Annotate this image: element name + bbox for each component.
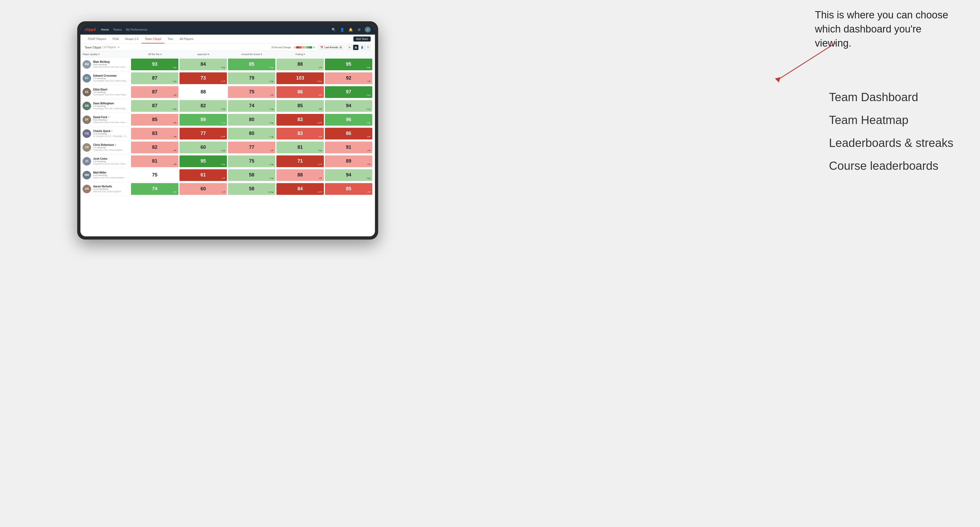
player-club: Craigmillar Park, United Kingdom bbox=[93, 149, 123, 151]
table-header: Player Quality ▾ Off the Tee ▾ Approach … bbox=[80, 51, 375, 57]
score-cell: 95 +8▲ bbox=[180, 156, 227, 167]
score-cell: 103 +15▲ bbox=[277, 72, 324, 84]
search-icon[interactable]: 🔍 bbox=[331, 27, 337, 32]
view-icons: ⊞ ▦ 👤 ☰ bbox=[347, 45, 371, 50]
player-name[interactable]: Matt Miller bbox=[93, 171, 124, 174]
person-icon[interactable]: 👤 bbox=[339, 27, 345, 32]
player-details: Josh Coles 1-5 Handicap Royal North Devo… bbox=[93, 157, 128, 165]
score-cell: 93 +4▲ bbox=[131, 59, 178, 70]
table-row[interactable]: CQ Charlie Quick ✓ 6-10 Handicap St. Geo… bbox=[80, 127, 375, 141]
user-avatar[interactable]: U bbox=[365, 27, 371, 32]
header-controls: 20 Round Change -5 +5 📅 Last Rou bbox=[271, 45, 371, 50]
score-cell: 61 -3▼ bbox=[180, 169, 227, 181]
player-handicap: 1-5 Handicap bbox=[93, 105, 128, 107]
score-cell: 82 +4▲ bbox=[180, 100, 227, 112]
nav-home[interactable]: Home bbox=[101, 28, 109, 31]
player-info: JC Josh Coles 1-5 Handicap Royal North D… bbox=[83, 156, 130, 167]
table-row[interactable]: CR Chris Robertson ✓ 1-5 Handicap Craigm… bbox=[80, 141, 375, 154]
score-cell: 83 -10▼ bbox=[277, 114, 324, 125]
grid-view-btn[interactable]: ⊞ bbox=[347, 45, 352, 50]
score-cell: 58 +4▲ bbox=[228, 169, 275, 181]
col-player-quality: Player Quality ▾ bbox=[83, 53, 130, 56]
table-row[interactable]: EC Edward Crossman 1-5 Handicap Sunningd… bbox=[80, 71, 375, 85]
tab-pgat[interactable]: PGAT Players bbox=[85, 35, 110, 43]
score-cell: 85 -3▼ bbox=[131, 114, 178, 125]
nav-performance[interactable]: My Performance bbox=[126, 28, 148, 31]
person-view-btn[interactable]: 👤 bbox=[359, 45, 364, 50]
color-scale: -5 +5 bbox=[293, 46, 315, 49]
table-row[interactable]: AN Aaron Nicholls 11-15 Handicap Drift G… bbox=[80, 182, 375, 196]
player-name[interactable]: Chris Robertson ✓ bbox=[93, 143, 123, 146]
player-name[interactable]: Charlie Quick ✓ bbox=[93, 130, 128, 133]
player-name[interactable]: Blair McHarg bbox=[93, 60, 128, 63]
add-team-button[interactable]: Add Team bbox=[353, 37, 371, 41]
player-details: Dave Billingham 1-5 Handicap Gog Magog G… bbox=[93, 102, 128, 110]
svg-marker-1 bbox=[775, 77, 780, 83]
score-cell: 85 +8▲ bbox=[228, 59, 275, 70]
tab-bar: PGAT Players PGA Hcaps 1-5 Team Clippd T… bbox=[80, 35, 375, 44]
table-row[interactable]: DF David Ford ✓ Plus Handicap Royal Nort… bbox=[80, 113, 375, 127]
score-cell: 81 +4▲ bbox=[277, 141, 324, 153]
score-cell: 71 -11▼ bbox=[277, 156, 324, 167]
score-cell: 81 -3▼ bbox=[131, 156, 178, 167]
col-around-green: Around the Green ▾ bbox=[228, 53, 276, 56]
table-row[interactable]: BM Blair McHarg Plus Handicap Royal Nort… bbox=[80, 57, 375, 71]
score-cell: 91 -3▼ bbox=[325, 141, 372, 153]
player-avatar: MM bbox=[83, 171, 91, 179]
table-row[interactable]: DB Dave Billingham 1-5 Handicap Gog Mago… bbox=[80, 99, 375, 113]
player-avatar: DF bbox=[83, 116, 91, 124]
tab-hcaps[interactable]: Hcaps 1-5 bbox=[122, 35, 142, 43]
list-view-btn[interactable]: ☰ bbox=[365, 45, 371, 50]
score-cell: 74 +1▲ bbox=[228, 100, 275, 112]
table-row[interactable]: EE Elliot Ebert 1-5 Handicap Sunningdale… bbox=[80, 85, 375, 99]
tab-all-players[interactable]: All Players bbox=[177, 35, 197, 43]
player-handicap: 1-5 Handicap bbox=[93, 77, 128, 79]
tab-pga[interactable]: PGA bbox=[110, 35, 122, 43]
col-putting: Putting ▾ bbox=[276, 53, 325, 56]
annotation-arrow bbox=[762, 37, 842, 90]
last-rounds-icon: 📅 bbox=[320, 46, 323, 49]
tab-team-clippd[interactable]: Team Clippd bbox=[142, 35, 164, 43]
settings-icon[interactable]: ⚙ bbox=[356, 27, 362, 32]
bell-icon[interactable]: 🔔 bbox=[348, 27, 354, 32]
player-name[interactable]: Aaron Nicholls bbox=[93, 185, 121, 188]
player-name[interactable]: Elliot Ebert bbox=[93, 88, 128, 91]
nav-icons: 🔍 👤 🔔 ⚙ U bbox=[331, 27, 371, 32]
player-name[interactable]: Josh Coles bbox=[93, 157, 128, 160]
tab-tour[interactable]: Tour bbox=[164, 35, 176, 43]
player-club: Royal North Devon Golf Club, United King… bbox=[93, 163, 128, 165]
score-cell: 73 -11▼ bbox=[180, 72, 227, 84]
nav-teams[interactable]: Teams bbox=[113, 28, 122, 31]
player-details: Edward Crossman 1-5 Handicap Sunningdale… bbox=[93, 74, 128, 82]
label-course-leaderboards: Course leaderboards bbox=[829, 159, 953, 173]
table-row[interactable]: JC Josh Coles 1-5 Handicap Royal North D… bbox=[80, 154, 375, 168]
last-rounds-button[interactable]: 📅 Last Rounds: 20 bbox=[318, 45, 344, 49]
player-avatar: CR bbox=[83, 143, 91, 152]
player-name[interactable]: David Ford ✓ bbox=[93, 116, 128, 119]
player-club: St. George's Hill GC - Weybridge - Surre… bbox=[93, 135, 128, 137]
player-avatar: BM bbox=[83, 60, 91, 69]
player-name[interactable]: Edward Crossman bbox=[93, 74, 128, 77]
score-cell: 88 -2▼ bbox=[277, 169, 324, 181]
score-cell: 79 +9▲ bbox=[228, 72, 275, 84]
round-change-label: 20 Round Change bbox=[271, 46, 291, 49]
player-name[interactable]: Dave Billingham bbox=[93, 102, 128, 105]
score-cell: 87 +4▲ bbox=[131, 100, 178, 112]
player-handicap: 1-5 Handicap bbox=[93, 146, 123, 149]
player-info: BM Blair McHarg Plus Handicap Royal Nort… bbox=[83, 59, 130, 70]
score-cell: 85 -4▼ bbox=[325, 183, 372, 195]
edit-icon[interactable]: ✏ bbox=[118, 46, 120, 49]
score-cell: 85 -3▼ bbox=[277, 100, 324, 112]
player-handicap: Plus Handicap bbox=[93, 63, 128, 66]
player-club: Sunningdale Golf Club, United Kingdom bbox=[93, 94, 128, 96]
player-info: AN Aaron Nicholls 11-15 Handicap Drift G… bbox=[83, 184, 130, 194]
svg-line-0 bbox=[778, 43, 836, 80]
player-info: DB Dave Billingham 1-5 Handicap Gog Mago… bbox=[83, 101, 130, 111]
score-cell: 92 -3▼ bbox=[325, 72, 372, 84]
tablet-screen: clippd Home Teams My Performance 🔍 👤 🔔 ⚙… bbox=[80, 24, 375, 237]
table-row[interactable]: MM Matt Miller 6-10 Handicap Woburn Golf… bbox=[80, 168, 375, 182]
player-details: Aaron Nicholls 11-15 Handicap Drift Golf… bbox=[93, 185, 121, 193]
heatmap-view-btn[interactable]: ▦ bbox=[353, 45, 358, 50]
score-cell: 97 +5▲ bbox=[325, 86, 372, 98]
score-cell: 87 -3▼ bbox=[131, 86, 178, 98]
